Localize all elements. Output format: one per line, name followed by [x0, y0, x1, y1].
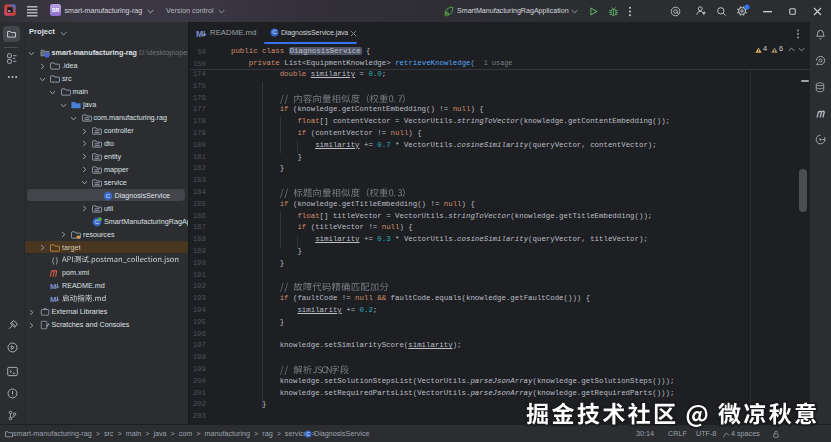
svg-text:M: M	[50, 295, 57, 304]
svg-text:C: C	[105, 192, 110, 199]
svg-text:M: M	[196, 28, 203, 38]
svg-text:C: C	[272, 29, 276, 35]
svg-text:M: M	[50, 282, 57, 291]
svg-text:C: C	[306, 431, 310, 437]
